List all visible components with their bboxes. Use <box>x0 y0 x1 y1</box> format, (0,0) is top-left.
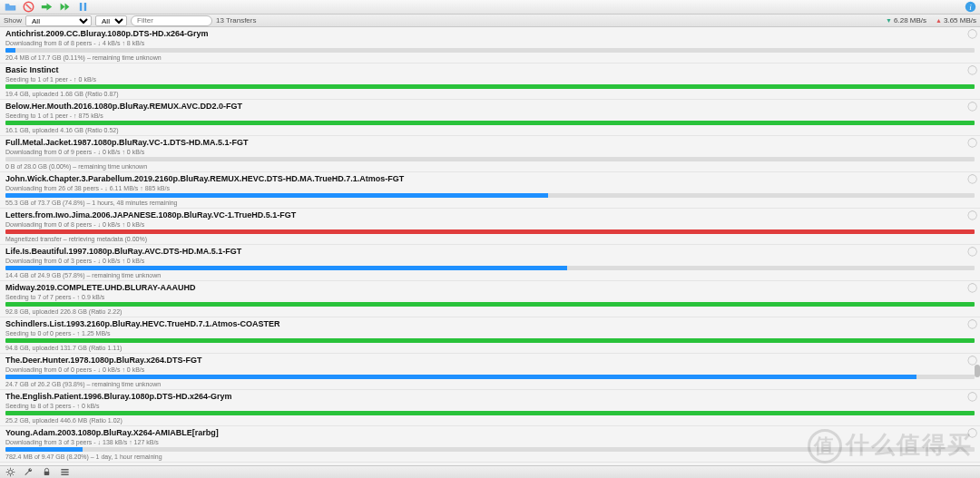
torrent-status-line: Magnetized transfer – retrieving metadat… <box>5 235 975 244</box>
torrent-peers-line: Seeding to 1 of 1 peer - ↑ 875 kB/s <box>5 112 975 120</box>
torrent-peers-line: Seeding to 1 of 1 peer - ↑ 0 kB/s <box>5 75 975 83</box>
torrent-list[interactable]: Antichrist.2009.CC.Bluray.1080p.DTS-HD.x… <box>0 27 980 465</box>
svg-point-6 <box>8 470 12 473</box>
torrent-title: Schindlers.List.1993.2160p.BluRay.HEVC.T… <box>5 319 975 329</box>
progress-bar <box>5 411 975 415</box>
torrent-status-line: 20.4 MB of 17.7 GB (0.11%) – remaining t… <box>5 54 975 63</box>
torrent-peers-line: Downloading from 0 of 3 peers - ↓ 0 kB/s… <box>5 257 975 265</box>
scrollbar[interactable] <box>975 27 980 465</box>
torrent-peers-line: Seeding to 7 of 7 peers - ↑ 0.9 kB/s <box>5 293 975 301</box>
svg-rect-3 <box>83 3 85 11</box>
torrent-title: Letters.from.Iwo.Jima.2006.JAPANESE.1080… <box>5 210 975 220</box>
torrent-row[interactable]: Life.Is.Beautiful.1997.1080p.BluRay.AVC.… <box>0 245 980 281</box>
search-input[interactable] <box>131 15 212 26</box>
torrent-peers-line: Downloading from 0 of 8 peers - ↓ 0 kB/s… <box>5 220 975 229</box>
main-toolbar: i <box>0 0 980 15</box>
torrent-peers-line: Seeding to 0 of 0 peers - ↑ 1.25 MB/s <box>5 329 975 337</box>
pause-icon[interactable] <box>76 1 89 14</box>
torrent-status-line: 94.8 GB, uploaded 131.7 GB (Ratio 1.11) <box>5 344 975 353</box>
torrent-status-line: 19.4 GB, uploaded 1.68 GB (Ratio 0.87) <box>5 90 975 99</box>
torrent-title: The.Deer.Hunter.1978.1080p.BluRay.x264.D… <box>5 356 975 366</box>
progress-bar <box>5 121 975 125</box>
torrent-status-line: 55.3 GB of 73.7 GB (74.8%) – 1 hours, 48… <box>5 199 975 208</box>
torrent-row[interactable]: Below.Her.Mouth.2016.1080p.BluRay.REMUX.… <box>0 100 980 136</box>
wrench-icon[interactable] <box>22 467 34 478</box>
torrent-title: Below.Her.Mouth.2016.1080p.BluRay.REMUX.… <box>5 102 975 112</box>
svg-line-13 <box>7 474 8 475</box>
progress-bar <box>5 193 975 198</box>
progress-bar <box>5 84 975 89</box>
torrent-title: Life.Is.Beautiful.1997.1080p.BluRay.AVC.… <box>5 247 975 257</box>
torrent-status-line: 16.1 GB, uploaded 4.16 GB (Ratio 0.52) <box>5 126 975 135</box>
svg-line-14 <box>12 469 13 470</box>
torrent-row[interactable]: Letters.from.Iwo.Jima.2006.JAPANESE.1080… <box>0 209 980 245</box>
progress-bar <box>5 229 975 234</box>
torrent-peers-line: Downloading from 0 of 9 peers - ↓ 0 kB/s… <box>5 148 975 156</box>
torrent-title: Young.Adam.2003.1080p.BluRay.X264-AMIABL… <box>5 428 975 438</box>
torrent-row[interactable]: The.English.Patient.1996.Bluray.1080p.DT… <box>0 390 980 426</box>
list-compact-icon[interactable] <box>58 467 71 478</box>
progress-bar <box>5 447 975 452</box>
torrent-peers-line: Downloading from 26 of 38 peers - ↓ 6.11… <box>5 184 975 192</box>
svg-line-12 <box>12 474 13 475</box>
torrent-row[interactable]: Full.Metal.Jacket.1987.1080p.BluRay.VC-1… <box>0 136 980 172</box>
info-icon[interactable]: i <box>964 1 976 14</box>
svg-rect-16 <box>61 469 68 470</box>
start-icon[interactable] <box>40 1 53 14</box>
svg-rect-2 <box>79 3 81 11</box>
torrent-row[interactable]: John.Wick.Chapter.3.Parabellum.2019.2160… <box>0 172 980 209</box>
torrent-row[interactable]: Schindlers.List.1993.2160p.BluRay.HEVC.T… <box>0 317 980 354</box>
progress-bar <box>5 338 975 343</box>
torrent-peers-line: Seeding to 8 of 3 peers - ↑ 0 kB/s <box>5 402 975 410</box>
transfer-summary: 13 Transfers <box>216 16 256 24</box>
progress-bar <box>5 157 975 161</box>
torrent-title: Full.Metal.Jacket.1987.1080p.BluRay.VC-1… <box>5 138 975 148</box>
show-label: Show <box>4 16 22 24</box>
torrent-title: John.Wick.Chapter.3.Parabellum.2019.2160… <box>5 174 975 184</box>
svg-line-11 <box>7 469 8 470</box>
torrent-status-line: 782.4 MB of 9.47 GB (8.20%) – 1 day, 1 h… <box>5 453 975 462</box>
svg-rect-15 <box>44 472 49 475</box>
torrent-title: Antichrist.2009.CC.Bluray.1080p.DTS-HD.x… <box>5 29 975 39</box>
torrent-row[interactable]: Midway.2019.COMPLETE.UHD.BLURAY-AAAUHDSe… <box>0 281 980 317</box>
torrent-row[interactable]: Basic InstinctSeeding to 1 of 1 peer - ↑… <box>0 63 980 100</box>
progress-bar <box>5 375 975 379</box>
state-filter-select[interactable]: AllDownloadingSeedingPaused <box>25 15 92 26</box>
group-filter-select[interactable]: All <box>95 15 127 26</box>
torrent-status-line: 25.2 GB, uploaded 446.6 MB (Ratio 1.02) <box>5 416 975 425</box>
torrent-status-line: 0 B of 28.0 GB (0.00%) – remaining time … <box>5 162 975 171</box>
svg-line-1 <box>25 5 31 10</box>
open-icon[interactable] <box>4 1 16 14</box>
torrent-peers-line: Downloading from 3 of 3 peers - ↓ 138 kB… <box>5 438 975 446</box>
start-all-icon[interactable] <box>58 1 71 14</box>
bottom-toolbar <box>0 465 980 478</box>
torrent-status-line: 92.8 GB, uploaded 226.8 GB (Ratio 2.22) <box>5 307 975 317</box>
settings-icon[interactable] <box>4 467 16 478</box>
progress-bar <box>5 48 975 53</box>
torrent-row[interactable]: The.Deer.Hunter.1978.1080p.BluRay.x264.D… <box>0 354 980 390</box>
global-upload-rate: 3.65 MB/s <box>936 16 976 24</box>
torrent-row[interactable]: Young.Adam.2003.1080p.BluRay.X264-AMIABL… <box>0 426 980 463</box>
svg-rect-17 <box>61 472 68 473</box>
torrent-row[interactable]: Antichrist.2009.CC.Bluray.1080p.DTS-HD.x… <box>0 27 980 63</box>
global-download-rate: 6.28 MB/s <box>886 16 926 24</box>
progress-bar <box>5 266 975 270</box>
progress-bar <box>5 302 975 307</box>
torrent-title: The.English.Patient.1996.Bluray.1080p.DT… <box>5 392 975 402</box>
torrent-peers-line: Downloading from 0 of 0 peers - ↓ 0 kB/s… <box>5 366 975 374</box>
svg-rect-18 <box>61 474 68 475</box>
torrent-title: Midway.2019.COMPLETE.UHD.BLURAY-AAAUHD <box>5 283 975 293</box>
torrent-title: Basic Instinct <box>5 65 975 75</box>
torrent-peers-line: Downloading from 8 of 8 peers - ↓ 4 kB/s… <box>5 39 975 47</box>
lock-icon[interactable] <box>40 467 53 478</box>
remove-icon[interactable] <box>22 1 34 14</box>
torrent-status-line: 14.4 GB of 24.9 GB (57.8%) – remaining t… <box>5 271 975 280</box>
torrent-status-line: 24.7 GB of 26.2 GB (93.8%) – remaining t… <box>5 380 975 389</box>
filter-bar: Show AllDownloadingSeedingPaused All 13 … <box>0 15 980 27</box>
